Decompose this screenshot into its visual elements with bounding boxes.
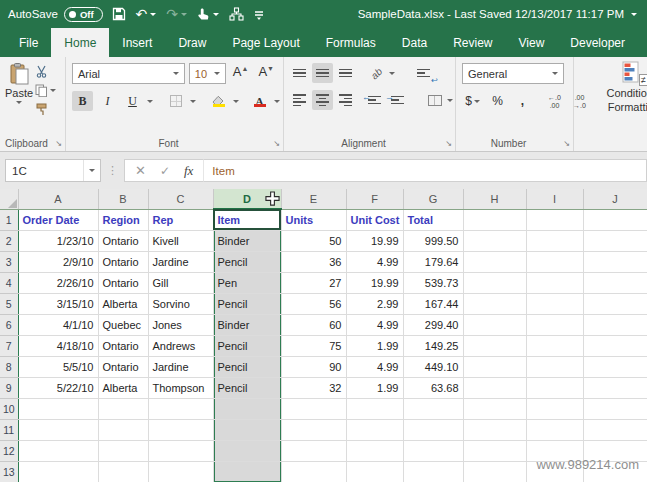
cancel-button[interactable]: ✕ — [135, 163, 146, 178]
cell-B6[interactable]: Quebec — [98, 314, 148, 335]
row-header-2[interactable]: 2 — [0, 230, 18, 251]
cell-G11[interactable] — [403, 419, 463, 440]
cell-I5[interactable] — [526, 293, 583, 314]
tab-file[interactable]: File — [6, 28, 51, 57]
cell-A1[interactable]: Order Date — [18, 209, 98, 230]
align-right-button[interactable] — [335, 90, 356, 110]
cell-F1[interactable]: Unit Cost — [346, 209, 403, 230]
cell-E6[interactable]: 60 — [281, 314, 346, 335]
cell-F7[interactable]: 1.99 — [346, 335, 403, 356]
insert-function-button[interactable]: fx — [184, 163, 193, 179]
increase-font-size-button[interactable]: A▲ — [230, 64, 252, 84]
row-header-7[interactable]: 7 — [0, 335, 18, 356]
cell-C7[interactable]: Andrews — [148, 335, 213, 356]
wrap-text-button[interactable]: ↩ — [413, 63, 434, 83]
cut-button[interactable] — [35, 65, 56, 78]
cell-E4[interactable]: 27 — [281, 272, 346, 293]
cell-D11[interactable] — [213, 419, 281, 440]
autosave-toggle[interactable]: Off — [64, 7, 103, 22]
cell-A7[interactable]: 4/18/10 — [18, 335, 98, 356]
cell-A3[interactable]: 2/9/10 — [18, 251, 98, 272]
borders-dropdown-icon[interactable] — [190, 100, 196, 103]
column-header-J[interactable]: J — [583, 189, 647, 209]
cell-E2[interactable]: 50 — [281, 230, 346, 251]
enter-button[interactable]: ✓ — [160, 164, 170, 178]
bold-button[interactable]: B — [72, 91, 93, 111]
cell-G8[interactable]: 449.10 — [403, 356, 463, 377]
cell-I8[interactable] — [526, 356, 583, 377]
row-header-6[interactable]: 6 — [0, 314, 18, 335]
formula-input[interactable]: Item — [203, 159, 647, 182]
cell-C4[interactable]: Gill — [148, 272, 213, 293]
font-color-dropdown-icon[interactable] — [274, 100, 280, 103]
undo-dropdown-icon[interactable] — [150, 13, 156, 16]
cell-G7[interactable]: 149.25 — [403, 335, 463, 356]
cell-A10[interactable] — [18, 398, 98, 419]
cell-C3[interactable]: Jardine — [148, 251, 213, 272]
cell-B13[interactable] — [98, 461, 148, 482]
tab-review[interactable]: Review — [440, 28, 505, 57]
cell-F12[interactable] — [346, 440, 403, 461]
cell-C10[interactable] — [148, 398, 213, 419]
cell-C1[interactable]: Rep — [148, 209, 213, 230]
undo-button[interactable]: ↶ — [136, 7, 157, 21]
font-color-button[interactable]: A — [249, 91, 270, 111]
cell-A8[interactable]: 5/5/10 — [18, 356, 98, 377]
font-size-select[interactable]: 10 — [189, 63, 226, 84]
cell-I6[interactable] — [526, 314, 583, 335]
cell-H3[interactable] — [463, 251, 526, 272]
cell-A9[interactable]: 5/22/10 — [18, 377, 98, 398]
fill-color-dropdown-icon[interactable] — [233, 100, 239, 103]
cell-G5[interactable]: 167.44 — [403, 293, 463, 314]
cell-D12[interactable] — [213, 440, 281, 461]
paste-dropdown-icon[interactable] — [16, 101, 22, 104]
cell-I10[interactable] — [526, 398, 583, 419]
formula-bar-grip-icon[interactable]: ⋮ — [107, 164, 118, 177]
center-button[interactable] — [312, 90, 333, 110]
cell-H6[interactable] — [463, 314, 526, 335]
cell-G2[interactable]: 999.50 — [403, 230, 463, 251]
cell-G10[interactable] — [403, 398, 463, 419]
bottom-align-button[interactable] — [335, 63, 356, 83]
cell-B1[interactable]: Region — [98, 209, 148, 230]
font-dialog-launcher-icon[interactable]: ↘ — [273, 140, 280, 148]
cell-D3[interactable]: Pencil — [213, 251, 281, 272]
title-dropdown-icon[interactable] — [631, 13, 637, 16]
cell-B11[interactable] — [98, 419, 148, 440]
name-box[interactable]: 1C — [5, 159, 101, 182]
column-header-D[interactable]: D — [213, 189, 281, 209]
column-header-A[interactable]: A — [18, 189, 98, 209]
save-button[interactable] — [112, 7, 126, 21]
cell-G13[interactable] — [403, 461, 463, 482]
row-header-3[interactable]: 3 — [0, 251, 18, 272]
cell-E3[interactable]: 36 — [281, 251, 346, 272]
tab-developer[interactable]: Developer — [557, 28, 638, 57]
name-box-dropdown[interactable] — [83, 160, 100, 181]
currency-button[interactable]: $ — [462, 91, 483, 111]
tab-home[interactable]: Home — [51, 28, 109, 57]
column-header-E[interactable]: E — [281, 189, 346, 209]
cell-H11[interactable] — [463, 419, 526, 440]
cell-H12[interactable] — [463, 440, 526, 461]
number-dialog-launcher-icon[interactable]: ↘ — [563, 140, 570, 148]
cell-D7[interactable]: Pencil — [213, 335, 281, 356]
cell-E10[interactable] — [281, 398, 346, 419]
cell-B2[interactable]: Ontario — [98, 230, 148, 251]
cell-F6[interactable]: 4.99 — [346, 314, 403, 335]
cell-A4[interactable]: 2/26/10 — [18, 272, 98, 293]
row-header-11[interactable]: 11 — [0, 419, 18, 440]
cell-C12[interactable] — [148, 440, 213, 461]
cell-H10[interactable] — [463, 398, 526, 419]
cell-D8[interactable]: Pencil — [213, 356, 281, 377]
decrease-font-size-button[interactable]: A▼ — [255, 64, 277, 84]
cell-D10[interactable] — [213, 398, 281, 419]
cell-J11[interactable] — [583, 419, 647, 440]
merge-center-button[interactable] — [424, 90, 445, 110]
column-header-F[interactable]: F — [346, 189, 403, 209]
cell-F4[interactable]: 19.99 — [346, 272, 403, 293]
cell-G6[interactable]: 299.40 — [403, 314, 463, 335]
cell-H13[interactable] — [463, 461, 526, 482]
alignment-dialog-launcher-icon[interactable]: ↘ — [445, 140, 452, 148]
cell-B12[interactable] — [98, 440, 148, 461]
cell-C13[interactable] — [148, 461, 213, 482]
